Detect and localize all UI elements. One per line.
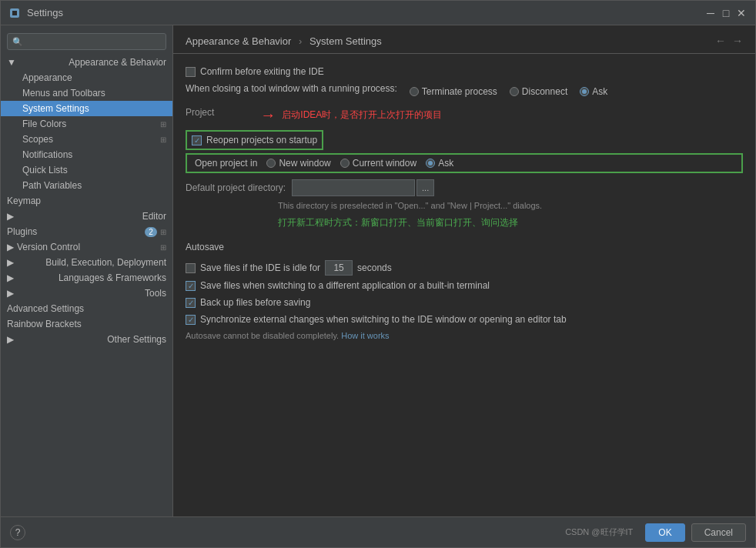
autosave-idle-row: Save files if the IDE is idle for second… xyxy=(186,260,743,276)
autosave-idle-checkbox[interactable] xyxy=(186,263,196,273)
closing-radio-terminate[interactable] xyxy=(410,87,419,96)
dir-hint-text: This directory is preselected in "Open..… xyxy=(278,201,542,210)
search-box[interactable]: 🔍 xyxy=(7,33,166,50)
closing-row: When closing a tool window with a runnin… xyxy=(186,83,743,100)
sidebar-item-file-colors[interactable]: File Colors ⊞ xyxy=(1,116,172,132)
open-project-label: Open project in xyxy=(195,158,257,169)
search-input[interactable] xyxy=(26,36,161,47)
confirm-exit-checkbox-label[interactable]: Confirm before exiting the IDE xyxy=(186,66,324,77)
closing-label: When closing a tool window with a runnin… xyxy=(186,83,397,94)
sidebar-arrow-editor: ▶ xyxy=(7,211,14,222)
breadcrumb-separator: › xyxy=(299,35,305,47)
sidebar-item-plugins[interactable]: Plugins 2 ⊞ xyxy=(1,224,172,239)
closing-text-terminate: Terminate process xyxy=(422,86,497,97)
open-new-window-label[interactable]: New window xyxy=(266,158,330,169)
sidebar-item-quick-lists[interactable]: Quick Lists xyxy=(1,162,172,178)
help-label: ? xyxy=(15,527,21,538)
sidebar-item-rainbow-brackets[interactable]: Rainbow Brackets xyxy=(1,316,172,332)
autosave-backup-label[interactable]: Back up files before saving xyxy=(186,297,310,308)
sidebar-label-build-execution: Build, Execution, Deployment xyxy=(45,257,166,268)
autosave-switch-checkbox[interactable] xyxy=(186,281,196,291)
sidebar-label-rainbow-brackets: Rainbow Brackets xyxy=(7,319,82,329)
title-controls: ─ □ ✕ xyxy=(704,7,748,19)
close-button[interactable]: ✕ xyxy=(735,7,748,19)
sidebar-item-other-settings[interactable]: ▶ Other Settings xyxy=(1,332,172,347)
closing-option-terminate[interactable]: Terminate process xyxy=(410,86,497,97)
closing-text-disconnect: Disconnect xyxy=(522,86,567,97)
sidebar-item-languages-frameworks[interactable]: ▶ Languages & Frameworks xyxy=(1,270,172,286)
open-ask-label[interactable]: Ask xyxy=(426,158,453,169)
autosave-backup-checkbox[interactable] xyxy=(186,298,196,308)
sidebar-item-build-execution[interactable]: ▶ Build, Execution, Deployment xyxy=(1,255,172,270)
window-title: Settings xyxy=(27,7,704,18)
app-icon xyxy=(8,7,21,19)
sidebar-label-plugins: Plugins xyxy=(7,226,145,237)
forward-button[interactable]: → xyxy=(732,35,743,47)
open-new-window-radio[interactable] xyxy=(266,159,276,168)
autosave-note-text: Autosave cannot be disabled completely. xyxy=(186,331,339,340)
svg-rect-1 xyxy=(12,11,17,15)
open-current-window-label[interactable]: Current window xyxy=(340,158,416,169)
sidebar-item-notifications[interactable]: Notifications xyxy=(1,147,172,162)
sidebar-label-scopes: Scopes xyxy=(22,134,53,145)
autosave-idle-text: Save files if the IDE is idle for xyxy=(200,262,320,273)
ok-button[interactable]: OK xyxy=(645,523,684,542)
autosave-sync-row: Synchronize external changes when switch… xyxy=(186,314,743,325)
action-buttons: OK Cancel xyxy=(645,523,746,542)
back-button[interactable]: ← xyxy=(715,35,726,47)
sidebar-item-appearance-behavior[interactable]: ▼ Appearance & Behavior xyxy=(1,55,172,70)
autosave-sync-label[interactable]: Synchronize external changes when switch… xyxy=(186,314,567,325)
sidebar-label-path-variables: Path Variables xyxy=(22,180,82,191)
dir-input[interactable] xyxy=(292,179,415,196)
nav-arrows: ← → xyxy=(715,35,743,47)
cancel-button[interactable]: Cancel xyxy=(691,523,746,542)
help-button[interactable]: ? xyxy=(10,525,25,540)
closing-option-disconnect[interactable]: Disconnect xyxy=(510,86,567,97)
annotation-green-text: 打开新工程时方式：新窗口打开、当前窗口打开、询问选择 xyxy=(278,216,542,229)
sidebar-label-other-settings: Other Settings xyxy=(107,334,166,345)
sidebar-label-menus-toolbars: Menus and Toolbars xyxy=(22,88,105,99)
autosave-switch-label[interactable]: Save files when switching to a different… xyxy=(186,280,490,291)
autosave-section-title: Autosave xyxy=(186,242,743,252)
closing-radio-disconnect[interactable] xyxy=(510,87,519,96)
autosave-switch-row: Save files when switching to a different… xyxy=(186,280,743,291)
sidebar-item-system-settings[interactable]: System Settings xyxy=(1,101,172,116)
scopes-page-icon: ⊞ xyxy=(160,135,166,144)
open-new-window-text: New window xyxy=(279,158,330,169)
sidebar-item-appearance[interactable]: Appearance xyxy=(1,70,172,85)
open-current-window-radio[interactable] xyxy=(340,159,350,168)
maximize-button[interactable]: □ xyxy=(720,7,732,19)
sidebar-item-advanced-settings[interactable]: Advanced Settings xyxy=(1,301,172,316)
version-control-page-icon: ⊞ xyxy=(160,243,166,252)
sidebar-label-version-control: Version Control xyxy=(17,242,160,252)
closing-radio-ask[interactable] xyxy=(580,87,589,96)
autosave-backup-row: Back up files before saving xyxy=(186,297,743,308)
reopen-checkbox-label[interactable]: Reopen projects on startup xyxy=(192,135,317,145)
sidebar: 🔍 ▼ Appearance & Behavior Appearance Men… xyxy=(1,25,173,516)
open-ask-radio[interactable] xyxy=(426,159,435,168)
sidebar-arrow-other-settings: ▶ xyxy=(7,334,14,345)
autosave-idle-label[interactable]: Save files if the IDE is idle for xyxy=(186,262,320,273)
sidebar-arrow-build-execution: ▶ xyxy=(7,257,14,268)
watermark-text: CSDN @旺仔学IT xyxy=(565,526,633,538)
project-section: Project → 启动IDEA时，是否打开上次打开的项目 Reopen pro… xyxy=(186,106,743,229)
closing-option-ask[interactable]: Ask xyxy=(580,86,607,97)
autosave-sync-text: Synchronize external changes when switch… xyxy=(200,314,567,325)
autosave-idle-input[interactable] xyxy=(325,260,353,276)
sidebar-item-version-control[interactable]: ▶ Version Control ⊞ xyxy=(1,239,172,255)
confirm-exit-checkbox[interactable] xyxy=(186,67,196,77)
sidebar-item-menus-toolbars[interactable]: Menus and Toolbars xyxy=(1,85,172,101)
sidebar-item-scopes[interactable]: Scopes ⊞ xyxy=(1,132,172,147)
sidebar-item-editor[interactable]: ▶ Editor xyxy=(1,209,172,224)
confirm-exit-text: Confirm before exiting the IDE xyxy=(200,66,324,77)
dir-browse-button[interactable]: ... xyxy=(416,179,434,196)
sidebar-item-keymap[interactable]: Keymap xyxy=(1,193,172,209)
autosave-sync-checkbox[interactable] xyxy=(186,315,196,325)
minimize-button[interactable]: ─ xyxy=(704,7,717,19)
open-ask-text: Ask xyxy=(438,158,453,169)
sidebar-item-path-variables[interactable]: Path Variables xyxy=(1,178,172,193)
annotation-arrow: → xyxy=(260,106,276,124)
autosave-link[interactable]: How it works xyxy=(341,331,389,340)
sidebar-item-tools[interactable]: ▶ Tools xyxy=(1,286,172,301)
reopen-checkbox[interactable] xyxy=(192,135,202,145)
